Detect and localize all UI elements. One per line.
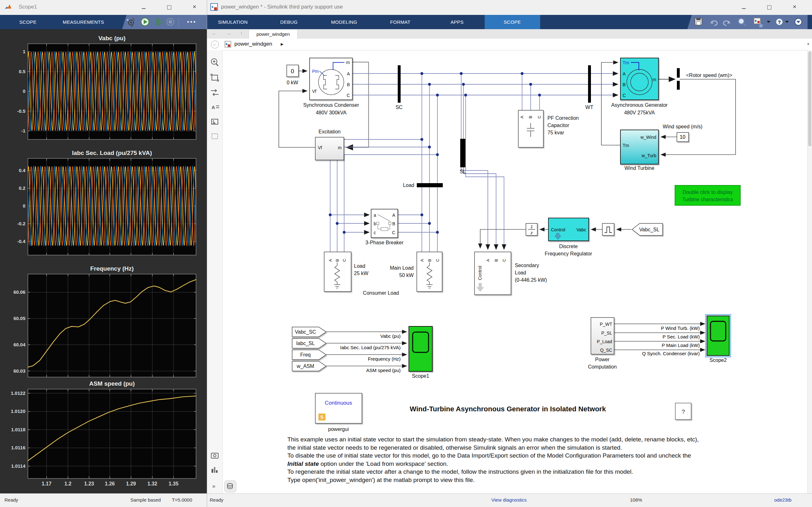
breadcrumb-caret-icon[interactable]: ▶ <box>281 42 283 46</box>
block-asynchronous-generator[interactable]: Tm A B C m Asynchronous Generator 480V 2… <box>611 58 668 115</box>
block-scope1[interactable]: Scope1 <box>409 326 432 379</box>
block-synchronous-condenser[interactable]: Pm Vf m A B C Synchronous Condenser 480V… <box>303 58 359 115</box>
breadcrumb-model-name[interactable]: power_windgen <box>235 41 272 47</box>
main-maximize-button[interactable] <box>763 4 775 11</box>
block-bus-selector[interactable] <box>677 68 680 90</box>
fit-to-view-icon[interactable] <box>211 74 218 81</box>
scope-maximize-button[interactable] <box>163 4 175 11</box>
block-wind-turbine[interactable]: w_Wind Tm w_Turb Wind Turbine <box>620 130 658 171</box>
image-icon[interactable] <box>212 119 218 124</box>
document-tab[interactable]: power_windgen <box>249 29 298 39</box>
expand-palette-icon[interactable]: » <box>212 483 215 489</box>
run-icon[interactable] <box>141 18 149 26</box>
zoom-in-icon[interactable] <box>211 59 218 66</box>
scope-minimize-button[interactable] <box>137 4 150 11</box>
undo-icon[interactable] <box>710 20 717 25</box>
block-label: Asynchronous Generator <box>611 102 668 108</box>
block-label: WT <box>586 105 594 110</box>
block-label: Excitation <box>318 129 340 134</box>
view-diagnostics-link[interactable]: View diagnostics <box>491 497 526 503</box>
svg-text:0.4: 0.4 <box>19 168 26 173</box>
breadcrumb-dropdown-icon[interactable]: ▾ <box>807 42 809 46</box>
block-power-computation[interactable]: P_WT P_SL P_Load Q_SC Power Computation <box>588 318 617 370</box>
scope-tab-measurements[interactable]: MEASUREMENTS <box>63 15 104 29</box>
canvas-vertical-scrollbar[interactable] <box>807 50 812 494</box>
block-wt-measurement[interactable]: WT <box>586 65 594 110</box>
step-forward-icon[interactable] <box>156 19 163 25</box>
port-label: C <box>537 116 542 118</box>
annotation-icon[interactable]: A <box>212 105 219 110</box>
selection-outline <box>706 315 730 357</box>
nav-up-icon[interactable]: ↑ <box>240 30 243 37</box>
scope-tab-scope[interactable]: SCOPE <box>19 15 37 29</box>
screenshot-icon[interactable] <box>211 453 218 458</box>
tab-simulation[interactable]: SIMULATION <box>218 15 248 29</box>
main-minimize-button[interactable] <box>738 4 750 11</box>
add-favorite-icon[interactable] <box>754 18 763 28</box>
block-sl-measurement[interactable]: SL <box>460 139 466 174</box>
more-options-icon[interactable] <box>188 21 195 23</box>
dropdown-arrow-glyph <box>555 233 561 239</box>
block-sc-measurement[interactable]: SC <box>396 65 403 110</box>
block-label: Synchronous Condenser <box>303 102 359 108</box>
breadcrumb-back-icon[interactable]: ← <box>211 41 219 49</box>
model-data-icon[interactable] <box>212 467 217 473</box>
help-icon[interactable]: ? <box>776 18 783 25</box>
block-label: Load <box>354 263 365 269</box>
tab-apps[interactable]: APPS <box>450 15 463 29</box>
port-label: Tm <box>623 143 629 148</box>
block-load-25kw[interactable]: A B C Load 25 kW <box>324 252 368 291</box>
search-icon[interactable] <box>739 18 746 26</box>
tag-w-asm[interactable]: w_ASM <box>292 361 326 371</box>
tab-modeling[interactable]: MODELING <box>331 15 357 29</box>
area-box-icon[interactable] <box>212 134 217 139</box>
turbine-characteristics-note[interactable]: Double click to display Turbine characte… <box>675 185 740 205</box>
port-label: A <box>392 213 396 218</box>
block-secondary-load[interactable]: Control A B C Secondary Load (0-446.25 k… <box>474 252 547 295</box>
save-icon[interactable] <box>695 18 702 25</box>
model-canvas[interactable] <box>222 50 808 494</box>
nav-back-icon[interactable]: ← <box>212 30 217 37</box>
block-constant-0kw[interactable]: 0 0 kW <box>287 65 299 85</box>
redo-icon[interactable] <box>723 20 730 25</box>
block-powergui[interactable]: Continuous S powergui <box>315 393 362 432</box>
tag-iabc-sl[interactable]: Iabc_SL <box>292 338 326 348</box>
main-close-button[interactable]: × <box>788 4 801 11</box>
block-main-load[interactable]: A B C Main Load 50 kW <box>390 252 442 291</box>
block-pf-correction-capacitor[interactable]: A B C PF Correction Capacitor 75 kvar <box>518 110 579 147</box>
simulation-settings-icon[interactable] <box>126 18 134 27</box>
block-discrete-frequency-regulator[interactable]: Control Vabc Discrete Frequency Regulato… <box>545 218 592 257</box>
interface-arrows-icon[interactable] <box>211 89 218 96</box>
tab-debug[interactable]: DEBUG <box>281 15 298 29</box>
block-unit-delay[interactable]: 1 z <box>526 223 537 235</box>
tag-vabc-sl[interactable]: Vabc_SL <box>632 223 663 235</box>
block-wind-speed-constant[interactable]: Wind speed (m/s) 10 <box>663 124 702 142</box>
help-caret[interactable] <box>785 21 789 23</box>
stop-icon[interactable] <box>167 18 174 25</box>
tag-vabc-sc[interactable]: Vabc_SC <box>292 327 326 337</box>
svg-text:Freq: Freq <box>300 352 311 357</box>
tab-scope[interactable]: SCOPE <box>504 15 521 29</box>
solver-link[interactable]: ode23tb <box>774 497 792 503</box>
scope-statusbar: Ready Sample based T=5.0000 <box>0 493 207 507</box>
block-load-bus[interactable]: Load <box>403 182 443 188</box>
block-rate-transition[interactable] <box>602 223 614 235</box>
data-inspector-button[interactable] <box>224 481 236 493</box>
add-favorite-caret[interactable] <box>767 21 770 23</box>
port-label: B <box>335 259 340 262</box>
scope-close-button[interactable]: × <box>188 4 201 11</box>
port-label: B <box>347 82 350 87</box>
port-label: m <box>346 60 350 65</box>
svg-text:1.35: 1.35 <box>168 481 178 487</box>
scope-status-mode: Sample based <box>131 497 161 503</box>
block-help[interactable]: ? <box>675 403 691 419</box>
collapse-ribbon-icon[interactable] <box>795 18 802 25</box>
nav-forward-icon[interactable]: → <box>226 30 232 37</box>
tag-freq[interactable]: Freq <box>292 350 326 360</box>
model-description: This example uses an initial state vecto… <box>287 435 769 484</box>
block-excitation[interactable]: Excitation Vf m <box>315 129 344 160</box>
tab-format[interactable]: FORMAT <box>390 15 410 29</box>
block-scope2[interactable]: Scope2 <box>706 315 730 363</box>
block-label: 25 kW <box>354 271 368 276</box>
block-three-phase-breaker[interactable]: a b c A B C 3-Phase Breaker <box>365 209 404 245</box>
